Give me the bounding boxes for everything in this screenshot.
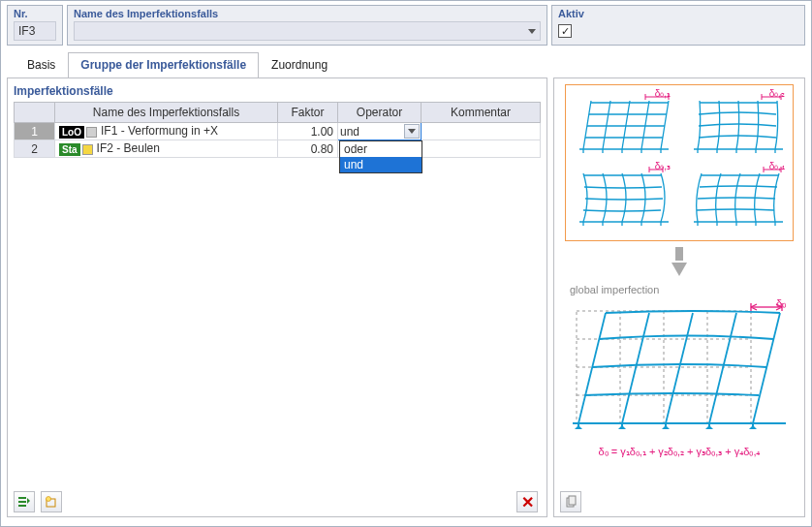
table-row[interactable]: 1LoOIF1 - Verformung in +X1.00und <box>15 123 541 140</box>
svg-rect-2 <box>18 505 26 507</box>
row-number[interactable]: 2 <box>15 140 55 158</box>
col-header-name[interactable]: Name des Imperfektionsfalls <box>55 103 278 123</box>
operator-dropdown-button[interactable] <box>404 124 420 139</box>
svg-rect-7 <box>569 496 576 505</box>
arrow-down-icon <box>671 247 687 278</box>
close-icon: ✕ <box>521 493 534 512</box>
cell-faktor[interactable]: 1.00 <box>278 123 338 140</box>
aktiv-checkbox[interactable]: ✓ <box>558 24 572 38</box>
svg-rect-0 <box>18 497 26 499</box>
delta-big-label: δ₀ <box>776 297 786 310</box>
copy-diagram-button[interactable] <box>560 491 581 512</box>
cell-operator[interactable]: und <box>338 123 422 140</box>
tab-zuordnung[interactable]: Zuordnung <box>259 52 340 78</box>
row-number[interactable]: 1 <box>15 123 55 140</box>
delta-label-1: δ₀,₁ <box>655 88 671 99</box>
table-row[interactable]: 2StaIF2 - Beulen0.80 <box>15 140 541 158</box>
color-swatch <box>86 127 97 138</box>
name-label: Name des Imperfektionsfalls <box>74 8 541 19</box>
formula-label: δ₀ = γ₁δ₀,₁ + γ₂δ₀,₂ + γ₃δ₀,₃ + γ₄δ₀,₄ <box>599 446 761 458</box>
svg-point-4 <box>47 497 51 502</box>
row-name-text: IF1 - Verformung in +X <box>101 124 218 138</box>
svg-rect-1 <box>18 501 26 503</box>
imperfection-table: Name des Imperfektionsfalls Faktor Opera… <box>14 102 541 158</box>
color-swatch <box>82 144 93 155</box>
add-to-list-button[interactable] <box>14 491 35 512</box>
operator-option-oder[interactable]: oder <box>340 141 422 157</box>
type-badge: Sta <box>59 143 80 156</box>
cell-faktor[interactable]: 0.80 <box>278 140 338 158</box>
global-imperfection-label: global imperfection <box>570 284 659 295</box>
type-badge: LoO <box>59 126 84 139</box>
delta-label-2: δ₀,₂ <box>769 88 785 99</box>
col-header-kommentar[interactable]: Kommentar <box>422 103 541 123</box>
aktiv-label: Aktiv <box>558 8 798 19</box>
nr-input[interactable] <box>14 21 56 41</box>
new-item-button[interactable] <box>41 491 62 512</box>
chevron-down-icon <box>408 129 416 134</box>
diagram-group-top: δ₀,₁ δ₀,₂ <box>565 84 794 241</box>
cell-kommentar[interactable] <box>422 140 541 158</box>
cell-name[interactable]: LoOIF1 - Verformung in +X <box>55 123 278 140</box>
operator-option-und[interactable]: und <box>340 157 422 172</box>
delta-label-4: δ₀,₄ <box>769 161 785 171</box>
col-header-operator[interactable]: Operator <box>338 103 422 123</box>
cell-name[interactable]: StaIF2 - Beulen <box>55 140 278 158</box>
check-icon: ✓ <box>561 26 570 37</box>
col-header-faktor[interactable]: Faktor <box>278 103 338 123</box>
tab-gruppe[interactable]: Gruppe der Imperfektionsfälle <box>68 52 259 78</box>
diagram-combined: δ₀ <box>567 299 792 438</box>
name-select[interactable] <box>74 21 541 41</box>
cell-kommentar[interactable] <box>422 123 541 140</box>
chevron-down-icon <box>528 29 536 34</box>
nr-label: Nr. <box>14 8 56 19</box>
col-header-nr[interactable] <box>15 103 55 123</box>
operator-value: und <box>340 125 359 139</box>
delta-label-3: δ₀,₃ <box>655 161 671 171</box>
panel-title: Imperfektionsfälle <box>14 84 541 98</box>
row-name-text: IF2 - Beulen <box>97 141 160 155</box>
tab-basis[interactable]: Basis <box>15 52 68 78</box>
operator-dropdown[interactable]: oder und <box>339 140 422 173</box>
delete-button[interactable]: ✕ <box>516 491 538 512</box>
